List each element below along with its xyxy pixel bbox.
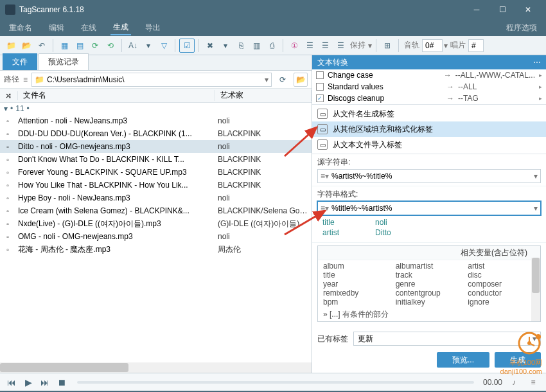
variable-item[interactable]: conductor	[468, 289, 535, 298]
action2-icon[interactable]: ▾	[218, 39, 233, 53]
path-refresh-icon[interactable]: ⟳	[276, 73, 290, 87]
existing-tags-combo[interactable]: 更新 ▾	[353, 332, 541, 346]
filter-icon[interactable]: ▽	[157, 39, 171, 53]
column-filename[interactable]: 文件名	[18, 90, 215, 101]
tab-preview-log[interactable]: 预览记录	[39, 53, 89, 70]
list1-icon[interactable]: ☰	[303, 39, 317, 53]
sort-icon[interactable]: A↓	[126, 39, 140, 53]
minimize-button[interactable]: ─	[464, 0, 489, 19]
format-string-combo[interactable]: ≡▾ %title%~%artist% ▾	[317, 201, 541, 215]
checkbox[interactable]	[316, 83, 324, 91]
menu-export[interactable]: 导出	[143, 21, 163, 35]
action4-icon[interactable]: ▥	[249, 39, 263, 53]
chevron-right-icon[interactable]: ▸	[539, 95, 542, 102]
source-option-icon: ▭	[317, 124, 328, 134]
file-row[interactable]: ▫ Don't Know What To Do - BLACKPINK - KI…	[0, 153, 312, 166]
more-icon[interactable]: ⋯	[533, 58, 541, 67]
checkbox[interactable]	[316, 71, 324, 79]
variable-item[interactable]: title	[323, 271, 391, 280]
prev-button[interactable]: ⏮	[5, 376, 18, 389]
file-row[interactable]: ▫ DDU-DU DDU-DU(Korean Ver.) - BLACKPINK…	[0, 127, 312, 140]
group-row[interactable]: ▾ • 11 •	[0, 103, 312, 114]
variable-item[interactable]: genre	[396, 280, 463, 289]
variables-scrollbar[interactable]	[531, 258, 540, 321]
tag-icon[interactable]: ⊞	[380, 39, 394, 53]
refresh2-icon[interactable]: ⟲	[103, 39, 118, 53]
variable-item[interactable]: albumartist	[396, 262, 463, 271]
source-option[interactable]: ▭ 从文本文件导入标签	[312, 137, 546, 152]
variable-item[interactable]: track	[396, 271, 463, 280]
shuffle-icon[interactable]: ⤭	[0, 91, 18, 100]
menu-generate[interactable]: 生成	[110, 21, 131, 35]
seek-bar[interactable]	[77, 381, 474, 384]
select-icon[interactable]: ☑	[179, 39, 195, 53]
file-name: OMG - noli - OMG-newjeans.mp3	[15, 232, 215, 241]
disc-input[interactable]	[468, 39, 484, 52]
variable-item[interactable]: artist	[468, 262, 535, 271]
refresh-icon[interactable]: ⟳	[88, 39, 102, 53]
volume-icon[interactable]: ♪	[506, 378, 522, 387]
file-row[interactable]: ▫ How You Like That - BLACKPINK - How Yo…	[0, 179, 312, 192]
file-row[interactable]: ▫ Ditto - noli - OMG-newjeans.mp3 noli	[0, 140, 312, 153]
variable-item[interactable]: disc	[468, 271, 535, 280]
file-list: ▾ • 11 • ▫ Attention - noli - NewJeans.m…	[0, 103, 312, 373]
transform-row[interactable]: Standard values → --ALL ▸	[312, 81, 546, 93]
variable-item[interactable]: initialkey	[396, 298, 463, 307]
tab-files[interactable]: 文件	[3, 53, 37, 70]
add-folder-icon[interactable]: 📂	[19, 39, 33, 53]
transform-list: Change case → --ALL,-WWW,-CATAL... ▸ Sta…	[312, 69, 546, 105]
file-row[interactable]: ▫ Attention - noli - NewJeans.mp3 noli	[0, 114, 312, 127]
play-button[interactable]: ▶	[22, 376, 35, 389]
variable-item[interactable]: composer	[468, 280, 535, 289]
transform-row[interactable]: Change case → --ALL,-WWW,-CATAL... ▸	[312, 69, 546, 81]
variable-item[interactable]: ignore	[468, 298, 535, 307]
source-option[interactable]: ▭ 从文件名生成标签	[312, 106, 546, 121]
horizontal-scrollbar[interactable]	[0, 362, 312, 373]
path-browse-icon[interactable]: 📂	[294, 73, 308, 87]
chevron-right-icon[interactable]: ▸	[539, 72, 542, 78]
generate-button[interactable]: 生成	[495, 352, 541, 368]
chevron-right-icon[interactable]: ▸	[539, 84, 542, 90]
file-row[interactable]: ▫ Forever Young - BLACKPINK - SQUARE UP.…	[0, 166, 312, 179]
preview-button[interactable]: 预览...	[437, 352, 489, 368]
action3-icon[interactable]: ⎘	[234, 39, 248, 53]
player-menu-icon[interactable]: ≡	[525, 378, 541, 387]
file-row[interactable]: ▫ Ice Cream (with Selena Gomez) - BLACKP…	[0, 204, 312, 217]
checkbox[interactable]: ✓	[316, 94, 324, 102]
stop-button[interactable]: ⏹	[55, 376, 68, 389]
menu-edit[interactable]: 编辑	[46, 21, 67, 35]
grid2-icon[interactable]: ▤	[73, 39, 87, 53]
open-folder-icon[interactable]: 📁	[4, 39, 18, 53]
transform-row[interactable]: ✓ Discogs cleanup → --TAG ▸	[312, 93, 546, 104]
list2-icon[interactable]: ☰	[318, 39, 332, 53]
list3-icon[interactable]: ☰	[333, 39, 348, 53]
undo-icon[interactable]: ↶	[35, 39, 49, 53]
file-row[interactable]: ▫ Hype Boy - noli - NewJeans.mp3 noli	[0, 192, 312, 204]
maximize-button[interactable]: ☐	[489, 0, 515, 19]
number-icon[interactable]: ①	[287, 39, 301, 53]
grid-icon[interactable]: ▦	[57, 39, 71, 53]
file-artist: noli	[215, 232, 312, 241]
file-row[interactable]: ▫ OMG - noli - OMG-newjeans.mp3 noli	[0, 230, 312, 243]
file-row[interactable]: ▫ 花海 - 周杰伦 - 魔杰座.mp3 周杰伦	[0, 243, 312, 256]
variable-item[interactable]: contentgroup	[396, 289, 463, 298]
menu-options[interactable]: 程序选项	[504, 21, 540, 35]
variable-item[interactable]: year	[323, 280, 391, 289]
sort-drop-icon[interactable]: ▾	[141, 39, 155, 53]
file-row[interactable]: ▫ Nxde(Live) - (G)I-DLE ((여자)아이들).mp3 (G…	[0, 217, 312, 230]
window-title: TagScanner 6.1.18	[19, 5, 464, 14]
close-button[interactable]: ✕	[515, 0, 541, 19]
menu-online[interactable]: 在线	[78, 21, 99, 35]
source-string-combo[interactable]: ≡▾ %artist%~%title% ▾	[317, 169, 541, 183]
source-option[interactable]: ▭ 从其他区域填充和格式化标签	[312, 121, 546, 137]
action1-icon[interactable]: ✖	[203, 39, 217, 53]
path-combo[interactable]: 📁 C:\Users\admin\Music\ ▾	[31, 73, 272, 87]
variable-item[interactable]: bpm	[323, 298, 391, 307]
variable-item[interactable]: album	[323, 262, 391, 271]
variable-item[interactable]: remixedby	[323, 289, 391, 298]
action5-icon[interactable]: ⎙	[265, 39, 279, 53]
track-input[interactable]	[422, 39, 443, 52]
menu-rename[interactable]: 重命名	[6, 21, 35, 35]
next-button[interactable]: ⏭	[39, 376, 51, 389]
column-artist[interactable]: 艺术家	[215, 90, 312, 101]
